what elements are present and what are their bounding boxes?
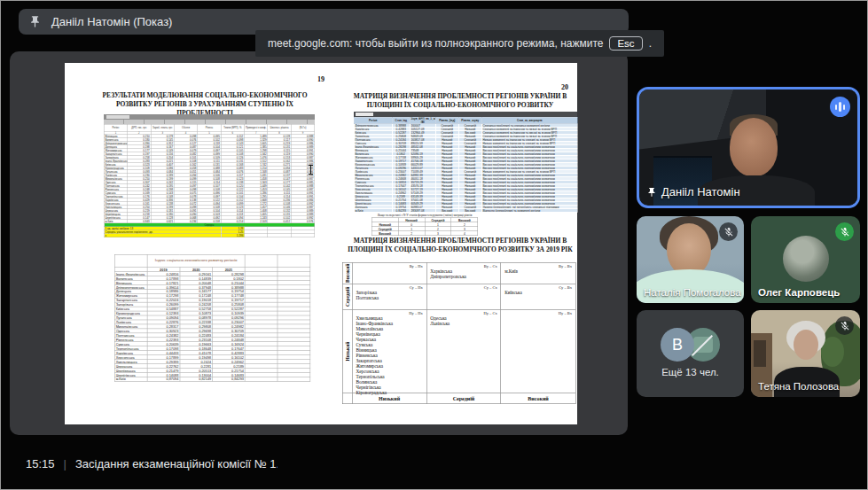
table-cell: Індекс соціально-економічного розвитку р… (147, 254, 245, 267)
matrix-cell-code: Ну – Нх (409, 311, 423, 315)
matrix-cell-code: Ну – Сх (483, 311, 497, 315)
problem-matrix: ВисокийВу – НхВу – СхХарківськаДніпропет… (342, 262, 576, 404)
speaking-indicator (830, 97, 850, 117)
video-tile-oleg[interactable]: Олег Карповець (751, 216, 860, 303)
page20-title2: МАТРИЦЯ ВИЗНАЧЕННЯ ПРОБЛЕМНОСТІ РЕГІОНІВ… (345, 237, 575, 254)
table-cell: Рівень_(інд) (435, 117, 458, 123)
legend-table: НизькийСереднійВисокийНизький012Середній… (371, 218, 478, 237)
table-cell (268, 234, 291, 237)
video-tile-daniil[interactable]: Данііл Натомін (637, 87, 860, 208)
table-cell: Високий (435, 208, 458, 212)
matrix-region: Кіровоградська (356, 390, 424, 395)
table-row: м.Київ0,84293283097,08ВисокийВисокийВідн… (354, 208, 577, 212)
table-row: РегіонДРП, тис. грнЗароб. плата, грнОбся… (104, 124, 315, 131)
table-cell (245, 377, 278, 381)
avatar (783, 236, 829, 282)
excel-formula-bar (104, 114, 315, 120)
legend-caption: Якщо на перетині з N-У станів форми гене… (363, 214, 487, 217)
table-cell (278, 254, 310, 267)
table-cell: Чисельн. рішень (268, 124, 291, 131)
table-cell: 283097,08 (410, 208, 435, 212)
table-cell: Темпи (ВРП), % (221, 124, 244, 131)
table-cell: Дніпропетровська (114, 284, 147, 289)
table-cell: Івано-Франківська (104, 159, 127, 163)
matrix-cell-code: Ву – Вх (559, 264, 572, 268)
matrix-cell: Су – Сх (426, 284, 501, 309)
table-cell (291, 234, 314, 237)
table-cell: 1,286 (221, 234, 244, 237)
table-cell: Відносно безпроблемні та розвинені регіо… (481, 208, 577, 212)
table-row: Індекс соціально-економічного розвитку р… (114, 254, 310, 267)
video-tile-natalia[interactable]: Наталія Помогалова (637, 216, 744, 303)
table-cell: Зароб. плата, грн (151, 124, 174, 131)
table-cell (245, 254, 278, 267)
page-number-19: 19 (317, 75, 325, 83)
video-art (637, 269, 744, 303)
participant-name: Тетяна Полозова (758, 381, 839, 392)
matrix-cell: Су – НхЗапорізькаПолтавська (352, 284, 426, 309)
modeling-results-table: РегіонДРП, тис. грнЗароб. плата, грнОбся… (104, 124, 315, 237)
more-participants-tile[interactable]: B Ещё 13 чел. (637, 310, 744, 397)
toast-text: meet.google.com: чтобы выйти из полноэкр… (268, 37, 603, 50)
matrix-cell-code: Ну – Вх (559, 311, 572, 315)
matrix-cell: Ву – Вхм.Київ (501, 263, 575, 284)
matrix-region: Київська (504, 290, 574, 295)
shared-document: 19 РЕЗУЛЬТАТИ МОДЕЛЮВАННЯ СОЦІАЛЬНО-ЕКОН… (65, 63, 577, 424)
avatar: B (661, 328, 694, 362)
table-cell: 0,84293 (392, 208, 410, 212)
presenter-label: Данііл Натомін (Показ) (51, 15, 172, 28)
table-cell (278, 377, 310, 381)
clock: 15:15 (26, 457, 55, 471)
matrix-y-label: Середній (343, 284, 353, 309)
matrix-x-label: Високий (501, 393, 575, 404)
video-art (730, 118, 778, 176)
control-bar: 15:15 | Засідання екзаменаційної комісії… (1, 442, 867, 489)
table-cell: 0,84293 (213, 377, 246, 381)
table-cell: ДРП, тис. грн (128, 124, 151, 131)
table-cell: м.Київ (114, 377, 147, 381)
matrix-block: ВисокийВу – НхВу – СхХарківськаДніпропет… (342, 262, 576, 404)
table-cell: Стан_за_матрицею (481, 117, 577, 123)
pin-icon (28, 15, 42, 28)
mic-muted-badge (719, 222, 738, 241)
matrix-y-label: Високий (343, 263, 353, 284)
participant-name: Наталія Помогалова (644, 287, 741, 298)
meeting-title: Засідання екзаменаційної комісії № 1. За… (75, 457, 278, 471)
mic-off-icon (840, 321, 850, 331)
matrix-cell-code: Ву – Нх (410, 264, 423, 268)
participant-name: Олег Карповець (758, 287, 840, 298)
table-cell: м.Київ (354, 208, 392, 212)
matrix-cell-code: Су – Сх (484, 284, 497, 289)
mic-muted-badge (835, 222, 854, 241)
fullscreen-toast: meet.google.com: чтобы выйти из полноэкр… (255, 30, 664, 57)
table-cell: х (104, 234, 221, 237)
table-cell: 2 (398, 231, 425, 236)
participant-name: Данііл Натомін (661, 185, 740, 198)
matrix-region: Дніпропетровська (430, 274, 498, 279)
matrix-region: м.Київ (504, 268, 574, 274)
table-row: РегіонСтан_індЗсув_ВРП_на_1_ос (В)Рівень… (354, 117, 577, 123)
video-tile-tetiana[interactable]: Тетяна Полозова (751, 310, 860, 397)
table-cell: Рівень (198, 124, 221, 131)
matrix-cell: Ву – СхХарківськаДніпропетровська (426, 263, 501, 284)
table-cell: Зсув_ВРП_на_1_ос (В) (410, 117, 435, 123)
separator: | (64, 457, 66, 471)
matrix-cell: Ну – СхОдеськаЛьвівська (426, 310, 501, 393)
matrix-y-label: Низький (343, 310, 353, 393)
problem-state-table: РегіонСтан_індЗсув_ВРП_на_1_ос (В)Рівень… (354, 117, 578, 213)
table-cell (114, 254, 147, 267)
mic-muted-badge (835, 316, 854, 335)
table-cell: Високий (458, 208, 481, 212)
table-cell: Івано-Франківська (114, 272, 147, 276)
page-number-20: 20 (561, 83, 568, 91)
meet-window: Данііл Натомін (Показ) meet.google.com: … (0, 0, 868, 490)
table-cell: Кіровоградська (104, 167, 127, 170)
table-cell: 3 (425, 231, 451, 236)
matrix-cell: Ну – НхХмельницькаІвано-ФранківськаМикол… (352, 310, 426, 393)
matrix-cell: Ну – Вх (501, 310, 575, 393)
table-cell: Рівень_зсуву (458, 117, 481, 123)
index-table: Індекс соціально-економічного розвитку р… (114, 254, 310, 382)
table-cell: 0,87094 (147, 377, 180, 381)
table-cell: Обсяги (174, 124, 197, 131)
table-cell: Регіон (354, 117, 392, 123)
